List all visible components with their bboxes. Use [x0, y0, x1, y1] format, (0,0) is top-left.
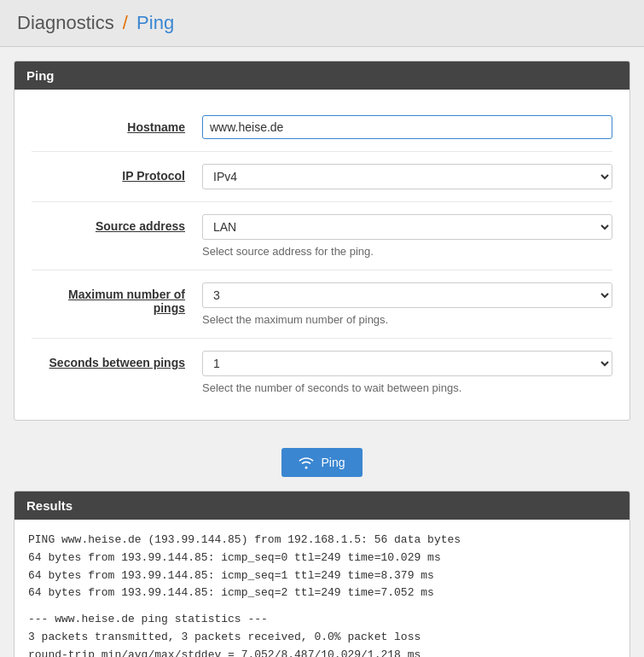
ip-protocol-label: IP Protocol	[32, 164, 202, 183]
ip-protocol-select[interactable]: IPv4 IPv6	[202, 164, 612, 189]
breadcrumb: Diagnostics / Ping	[17, 12, 627, 34]
max-pings-row: Maximum number ofpings 1 2 3 4 5 Select …	[32, 270, 612, 339]
results-card: Results PING www.heise.de (193.99.144.85…	[14, 491, 630, 657]
source-address-help: Select source address for the ping.	[202, 245, 612, 258]
results-body: PING www.heise.de (193.99.144.85) from 1…	[15, 520, 629, 657]
source-address-select[interactable]: LAN WAN Loopback	[202, 214, 612, 240]
page-header: Diagnostics / Ping	[0, 0, 644, 47]
result-line-3: 64 bytes from 193.99.144.85: icmp_seq=1 …	[28, 567, 616, 585]
max-pings-help: Select the maximum number of pings.	[202, 313, 612, 326]
ip-protocol-row: IP Protocol IPv4 IPv6	[32, 152, 612, 202]
breadcrumb-separator: /	[123, 12, 128, 33]
hostname-row: Hostname	[32, 103, 612, 152]
source-address-row: Source address LAN WAN Loopback Select s…	[32, 202, 612, 270]
source-address-label: Source address	[32, 214, 202, 233]
breadcrumb-diagnostics: Diagnostics	[17, 12, 114, 33]
hostname-label: Hostname	[32, 115, 202, 134]
result-line-2: 64 bytes from 193.99.144.85: icmp_seq=0 …	[28, 549, 616, 567]
main-content: Ping Hostname IP Protocol IPv4 IPv6	[0, 47, 644, 657]
results-card-title: Results	[26, 498, 73, 513]
breadcrumb-ping: Ping	[136, 12, 174, 33]
seconds-label: Seconds between pings	[32, 351, 202, 369]
seconds-help: Select the number of seconds to wait bet…	[202, 381, 612, 394]
results-card-header: Results	[15, 491, 629, 520]
result-line-8: round-trip min/avg/max/stddev = 7.052/8.…	[28, 647, 616, 657]
result-line-1: PING www.heise.de (193.99.144.85) from 1…	[28, 532, 616, 549]
ping-card-header: Ping	[15, 61, 629, 90]
ping-wifi-icon	[299, 455, 314, 470]
ping-button-row: Ping	[14, 434, 630, 491]
ping-button-label: Ping	[321, 456, 345, 469]
result-line-4: 64 bytes from 193.99.144.85: icmp_seq=2 …	[28, 584, 616, 602]
ping-button[interactable]: Ping	[281, 448, 362, 477]
result-line-6: --- www.heise.de ping statistics ---	[28, 611, 616, 629]
seconds-row: Seconds between pings 1 2 3 4 5 Select t…	[32, 339, 612, 406]
max-pings-select[interactable]: 1 2 3 4 5	[202, 282, 612, 308]
hostname-input[interactable]	[202, 115, 612, 139]
seconds-control: 1 2 3 4 5 Select the number of seconds t…	[202, 351, 612, 394]
max-pings-control: 1 2 3 4 5 Select the maximum number of p…	[202, 282, 612, 326]
ping-card-title: Ping	[26, 68, 55, 83]
max-pings-label: Maximum number ofpings	[32, 282, 202, 315]
results-blank	[28, 602, 616, 611]
seconds-select[interactable]: 1 2 3 4 5	[202, 351, 612, 376]
ping-card: Ping Hostname IP Protocol IPv4 IPv6	[14, 61, 630, 421]
source-address-control: LAN WAN Loopback Select source address f…	[202, 214, 612, 258]
result-line-7: 3 packets transmitted, 3 packets receive…	[28, 629, 616, 647]
ping-card-body: Hostname IP Protocol IPv4 IPv6 Source ad…	[15, 90, 629, 420]
ip-protocol-control: IPv4 IPv6	[202, 164, 612, 189]
hostname-control	[202, 115, 612, 139]
